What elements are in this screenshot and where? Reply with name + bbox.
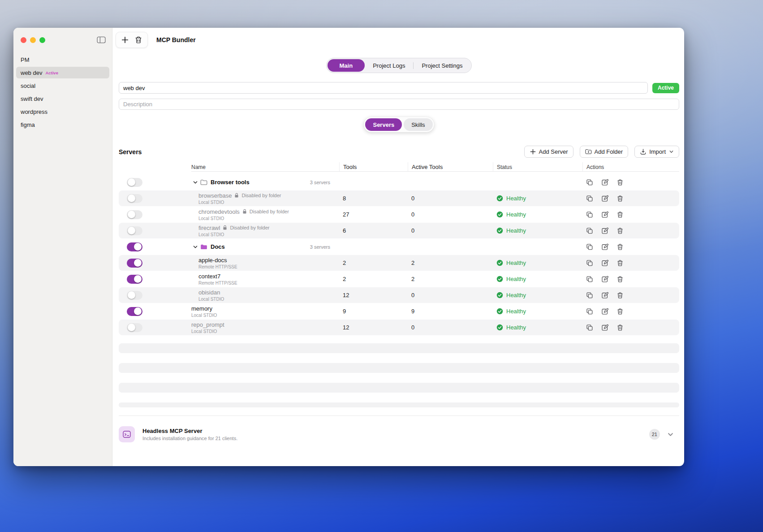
zoom-window-button[interactable] [39, 37, 45, 43]
column-header-toggle [119, 162, 191, 172]
import-label: Import [649, 148, 666, 155]
chevron-down-icon[interactable] [193, 244, 198, 250]
sidebar-item-web-dev[interactable]: web devActive [16, 67, 109, 78]
disabled-note: Disabled by folder [241, 193, 281, 198]
delete-project-icon[interactable] [134, 36, 142, 44]
import-button[interactable]: Import [634, 146, 679, 158]
headless-server-subtitle: Includes installation guidance for 21 cl… [142, 436, 237, 441]
name-cell: Docs3 servers [191, 243, 339, 250]
servers-actions: Add Server Add Folder Import [524, 146, 679, 158]
trash-icon[interactable] [616, 276, 624, 283]
view-tabs: ServersSkills [364, 117, 434, 132]
server-name: context7 [198, 273, 220, 280]
copy-icon[interactable] [586, 243, 593, 251]
server-toggle[interactable] [127, 194, 142, 203]
server-toggle[interactable] [127, 275, 142, 284]
disabled-note: Disabled by folder [250, 209, 289, 214]
active-status-button[interactable]: Active [652, 83, 679, 93]
trash-icon[interactable] [616, 292, 624, 299]
folder-toggle[interactable] [127, 178, 142, 187]
toggle-sidebar-icon[interactable] [97, 36, 106, 43]
status-cell: Healthy [493, 308, 582, 315]
server-toggle[interactable] [127, 226, 142, 235]
copy-icon[interactable] [586, 324, 593, 331]
edit-icon[interactable] [601, 276, 608, 283]
server-toggle[interactable] [127, 291, 142, 300]
close-window-button[interactable] [21, 37, 26, 43]
trash-icon[interactable] [616, 260, 624, 267]
toggle-cell [119, 275, 191, 284]
plus-icon [530, 148, 536, 155]
edit-icon[interactable] [601, 195, 608, 202]
copy-icon[interactable] [586, 179, 593, 186]
client-count-badge: 21 [649, 429, 660, 440]
server-transport: Local STDIO [191, 329, 224, 334]
server-toggle[interactable] [127, 210, 142, 219]
healthy-check-icon [496, 195, 503, 202]
trash-icon[interactable] [616, 179, 624, 186]
copy-icon[interactable] [586, 276, 593, 283]
name-cell: browserbaseDisabled by folderLocal STDIO [191, 192, 339, 205]
edit-icon[interactable] [601, 243, 608, 251]
trash-icon[interactable] [616, 308, 624, 315]
server-row: obisidanLocal STDIO120Healthy [119, 287, 679, 303]
toggle-knob [128, 178, 135, 186]
edit-icon[interactable] [601, 260, 608, 267]
view-tab-skills[interactable]: Skills [404, 118, 432, 131]
sidebar-item-pm[interactable]: PM [16, 54, 109, 65]
edit-icon[interactable] [601, 211, 608, 218]
chevron-down-icon[interactable] [193, 180, 198, 185]
description-input[interactable] [119, 99, 679, 110]
server-toggle[interactable] [127, 259, 142, 268]
edit-icon[interactable] [601, 292, 608, 299]
server-transport: Local STDIO [198, 216, 289, 221]
trash-icon[interactable] [616, 211, 624, 218]
lock-icon [223, 225, 227, 230]
project-name-input[interactable] [119, 82, 648, 94]
status-text: Healthy [506, 292, 526, 298]
footer-divider [119, 415, 679, 416]
sidebar-item-figma[interactable]: figma [16, 119, 109, 130]
status-text: Healthy [506, 308, 526, 315]
add-folder-button[interactable]: Add Folder [580, 146, 629, 158]
server-toggle[interactable] [127, 307, 142, 316]
main-tabs: MainProject LogsProject Settings [326, 58, 472, 73]
copy-icon[interactable] [586, 211, 593, 218]
sidebar-item-wordpress[interactable]: wordpress [16, 106, 109, 117]
expand-chevron-icon[interactable] [667, 431, 674, 438]
server-toggle[interactable] [127, 323, 142, 332]
sidebar-item-swift-dev[interactable]: swift dev [16, 93, 109, 104]
tab-main[interactable]: Main [328, 59, 365, 72]
trash-icon[interactable] [616, 195, 624, 202]
tab-project-logs[interactable]: Project Logs [365, 59, 413, 72]
add-project-icon[interactable] [121, 36, 129, 44]
copy-icon[interactable] [586, 260, 593, 267]
copy-icon[interactable] [586, 292, 593, 299]
copy-icon[interactable] [586, 227, 593, 234]
sidebar-item-label: wordpress [21, 108, 47, 115]
copy-icon[interactable] [586, 195, 593, 202]
disabled-note: Disabled by folder [230, 225, 269, 230]
edit-icon[interactable] [601, 308, 608, 315]
actions-cell [582, 276, 679, 283]
tab-project-settings[interactable]: Project Settings [414, 59, 470, 72]
copy-icon[interactable] [586, 308, 593, 315]
edit-icon[interactable] [601, 227, 608, 234]
edit-icon[interactable] [601, 324, 608, 331]
sidebar-item-social[interactable]: social [16, 80, 109, 91]
view-tab-servers[interactable]: Servers [365, 118, 402, 131]
add-server-button[interactable]: Add Server [524, 146, 573, 158]
status-cell: Healthy [493, 260, 582, 266]
trash-icon[interactable] [616, 324, 624, 331]
minimize-window-button[interactable] [30, 37, 36, 43]
healthy-check-icon [496, 324, 503, 331]
folder-toggle[interactable] [127, 242, 142, 251]
sidebar-item-label: figma [21, 121, 35, 128]
trash-icon[interactable] [616, 243, 624, 251]
servers-header-row: Servers Add Server Add Folder Import [119, 146, 679, 158]
headless-server-section[interactable]: Headless MCP Server Includes installatio… [119, 426, 679, 442]
edit-icon[interactable] [601, 179, 608, 186]
toggle-cell [119, 259, 191, 268]
chevron-down-icon [669, 149, 674, 154]
trash-icon[interactable] [616, 227, 624, 234]
